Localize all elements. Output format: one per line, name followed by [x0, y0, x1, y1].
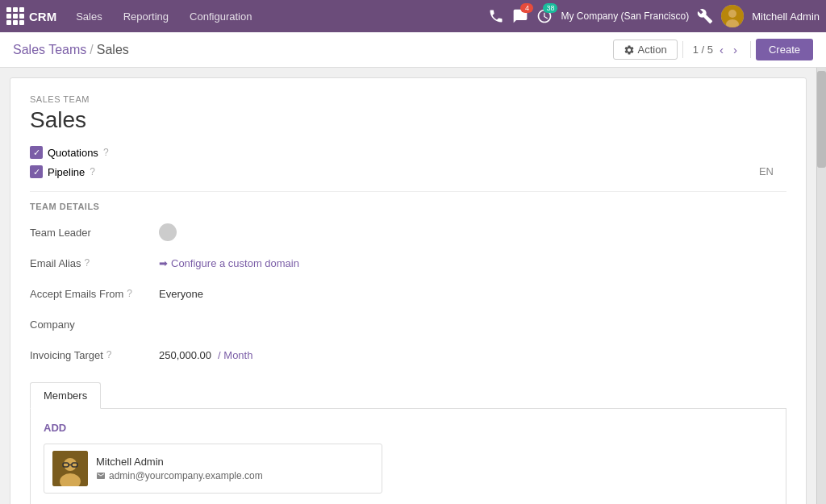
email-alias-row: Email Alias ? ➡ Configure a custom domai… — [30, 252, 786, 274]
top-navigation: CRM Sales Reporting Configuration 4 38 M… — [0, 0, 826, 32]
action-label: Action — [638, 44, 667, 56]
grid-icon — [6, 7, 24, 25]
next-button[interactable]: › — [730, 41, 740, 58]
email-alias-label: Email Alias ? — [30, 257, 159, 269]
team-leader-row: Team Leader — [30, 221, 786, 244]
pipeline-row: Pipeline ? — [30, 165, 786, 178]
field-label-sales-team: Sales Team — [30, 94, 786, 104]
breadcrumb-parent[interactable]: Sales Teams — [13, 43, 86, 57]
quotations-row: Quotations ? — [30, 146, 786, 159]
team-leader-label: Team Leader — [30, 227, 159, 239]
actionbar-controls: Action 1 / 5 ‹ › Create — [613, 39, 813, 60]
settings-icon-button[interactable] — [697, 8, 713, 24]
user-name[interactable]: Mitchell Admin — [752, 10, 820, 23]
email-alias-help-icon[interactable]: ? — [85, 257, 90, 269]
breadcrumb: Sales Teams / Sales — [13, 43, 613, 57]
invoicing-target-label: Invoicing Target ? — [30, 349, 159, 361]
pipeline-checkbox[interactable] — [30, 165, 43, 178]
menu-item-configuration[interactable]: Configuration — [180, 6, 261, 27]
invoicing-value: 250,000.00 — [159, 349, 211, 361]
pipeline-label: Pipeline — [48, 166, 85, 178]
invoicing-unit: / Month — [218, 349, 252, 361]
language-badge[interactable]: EN — [759, 165, 774, 177]
prev-button[interactable]: ‹ — [716, 41, 727, 58]
chat-badge: 4 — [520, 3, 533, 13]
invoicing-row: 250,000.00 / Month — [159, 349, 252, 361]
add-member-button[interactable]: ADD — [44, 422, 773, 434]
menu-item-sales[interactable]: Sales — [66, 6, 112, 27]
team-leader-value — [159, 223, 177, 241]
svg-point-1 — [728, 10, 736, 18]
app-logo[interactable]: CRM — [6, 7, 56, 25]
breadcrumb-separator: / — [90, 43, 93, 57]
phone-icon-button[interactable] — [488, 8, 504, 24]
scroll-area: EN Sales Team Sales Quotations ? Pipelin… — [0, 68, 816, 504]
pagination: 1 / 5 ‹ › — [682, 41, 751, 58]
quotations-checkbox[interactable] — [30, 146, 43, 159]
scrollbar-thumb[interactable] — [817, 71, 826, 168]
activity-badge: 38 — [543, 3, 557, 13]
top-menu: Sales Reporting Configuration — [66, 6, 488, 27]
create-button[interactable]: Create — [756, 39, 813, 60]
tab-content-members: ADD Mitchell Ad — [30, 409, 786, 504]
accept-emails-help-icon[interactable]: ? — [127, 288, 132, 299]
tab-members[interactable]: Members — [30, 382, 101, 409]
member-email: admin@yourcompany.example.com — [96, 470, 263, 481]
team-leader-avatar — [159, 223, 177, 241]
member-info: Mitchell Admin admin@yourcompany.example… — [96, 456, 263, 481]
section-divider — [30, 191, 786, 192]
action-bar: Sales Teams / Sales Action 1 / 5 ‹ › Cre… — [0, 32, 826, 68]
member-card: Mitchell Admin admin@yourcompany.example… — [44, 444, 382, 494]
activity-icon-button[interactable]: 38 — [536, 8, 553, 24]
accept-emails-label: Accept Emails From ? — [30, 288, 159, 300]
menu-item-reporting[interactable]: Reporting — [114, 6, 178, 27]
invoicing-target-row: Invoicing Target ? 250,000.00 / Month — [30, 344, 786, 366]
company-row: Company — [30, 313, 786, 335]
company-label: Company — [30, 319, 159, 331]
record-card: EN Sales Team Sales Quotations ? Pipelin… — [10, 77, 807, 504]
accept-emails-value: Everyone — [159, 288, 203, 300]
app-brand: CRM — [29, 10, 56, 23]
breadcrumb-current: Sales — [97, 43, 129, 57]
section-title: TEAM DETAILS — [30, 202, 786, 211]
action-button[interactable]: Action — [613, 40, 678, 60]
tabs-bar: Members — [30, 382, 786, 409]
company-name[interactable]: My Company (San Francisco) — [561, 10, 689, 22]
member-name: Mitchell Admin — [96, 456, 263, 468]
configure-domain-link[interactable]: ➡ Configure a custom domain — [159, 257, 299, 269]
user-avatar[interactable] — [721, 5, 744, 27]
chat-icon-button[interactable]: 4 — [512, 8, 528, 24]
topnav-right: 4 38 My Company (San Francisco) Mitchell… — [488, 5, 820, 27]
quotations-help-icon[interactable]: ? — [103, 147, 109, 158]
invoicing-target-help-icon[interactable]: ? — [106, 349, 112, 360]
member-photo — [52, 451, 88, 486]
scrollbar[interactable] — [816, 68, 826, 504]
pagination-text: 1 / 5 — [693, 44, 713, 56]
accept-emails-row: Accept Emails From ? Everyone — [30, 282, 786, 305]
email-icon — [96, 471, 106, 481]
main-content: EN Sales Team Sales Quotations ? Pipelin… — [0, 68, 826, 504]
arrow-icon: ➡ — [159, 257, 168, 269]
quotations-label: Quotations — [48, 147, 98, 159]
pipeline-help-icon[interactable]: ? — [90, 166, 95, 177]
record-title: Sales — [30, 107, 786, 133]
email-alias-value: ➡ Configure a custom domain — [159, 257, 299, 269]
